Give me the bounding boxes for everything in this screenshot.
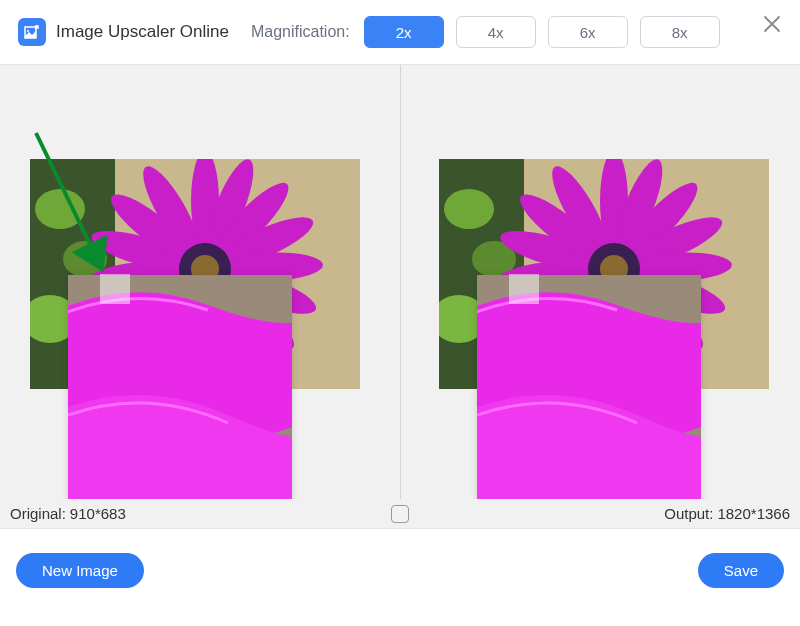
svg-line-2 [36,133,100,265]
output-size-label: Output: 1820*1366 [664,505,790,522]
status-bar: Original: 910*683 Output: 1820*1366 [0,499,800,528]
output-label: Output: [664,505,713,522]
app-logo-icon [18,18,46,46]
output-zoom-preview [477,275,701,517]
output-panel [401,65,801,528]
magnification-8x-button[interactable]: 8x [640,16,720,48]
close-icon[interactable] [760,12,784,36]
original-size-value: 910*683 [70,505,126,522]
zoom-region-indicator[interactable] [509,274,539,304]
original-panel [0,65,401,528]
footer: New Image Save [0,529,800,612]
magnification-label: Magnification: [251,23,350,41]
original-size-label: Original: 910*683 [10,505,126,522]
sync-toggle-icon[interactable] [391,505,409,523]
magnification-4x-button[interactable]: 4x [456,16,536,48]
comparison-area: Original: 910*683 Output: 1820*1366 [0,64,800,529]
output-size-value: 1820*1366 [717,505,790,522]
magnification-6x-button[interactable]: 6x [548,16,628,48]
original-label: Original: [10,505,66,522]
magnification-2x-button[interactable]: 2x [364,16,444,48]
magnification-group: 2x 4x 6x 8x [364,16,720,48]
pointer-arrow-icon [28,125,138,285]
new-image-button[interactable]: New Image [16,553,144,588]
svg-point-1 [27,30,29,32]
app-title: Image Upscaler Online [56,22,229,42]
save-button[interactable]: Save [698,553,784,588]
original-zoom-preview [68,275,292,517]
header: Image Upscaler Online Magnification: 2x … [0,0,800,64]
svg-point-31 [444,189,494,229]
